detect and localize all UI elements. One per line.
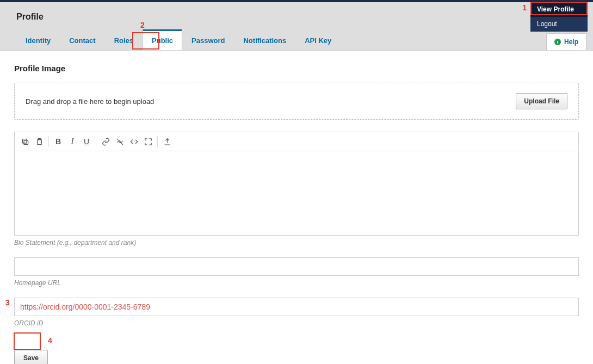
logout-link[interactable]: Logout xyxy=(530,17,588,32)
orcid-input[interactable] xyxy=(14,298,579,316)
tab-password[interactable]: Password xyxy=(182,30,234,50)
page-title: Profile xyxy=(0,4,593,29)
svg-rect-3 xyxy=(38,138,40,140)
upload-file-button[interactable]: Upload File xyxy=(516,93,567,109)
view-profile-link[interactable]: View Profile xyxy=(530,2,588,17)
bio-textarea[interactable] xyxy=(15,151,578,233)
paste-icon[interactable] xyxy=(32,134,46,149)
tab-roles[interactable]: Roles xyxy=(105,30,143,50)
content: Profile Image Drag and drop a file here … xyxy=(0,51,593,364)
save-button[interactable]: Save xyxy=(14,350,48,364)
code-icon[interactable] xyxy=(127,134,141,149)
user-menu: View Profile Logout xyxy=(530,2,588,32)
tab-notifications[interactable]: Notifications xyxy=(234,30,295,50)
tab-identity[interactable]: Identity xyxy=(16,30,60,50)
orcid-label: ORCID iD xyxy=(14,319,579,327)
rte-toolbar: B I U xyxy=(15,132,578,151)
page-header: Profile Identity Contact Roles Public Pa… xyxy=(0,2,593,51)
help-label: Help xyxy=(564,38,578,46)
tab-public[interactable]: Public xyxy=(143,29,182,50)
help-tab[interactable]: i Help xyxy=(546,33,586,50)
tab-api-key[interactable]: API Key xyxy=(295,30,341,50)
unlink-icon[interactable] xyxy=(113,134,127,149)
tab-row: Identity Contact Roles Public Password N… xyxy=(0,29,593,50)
fullscreen-icon[interactable] xyxy=(141,134,155,149)
svg-rect-1 xyxy=(22,139,27,143)
underline-icon[interactable]: U xyxy=(79,134,94,149)
upload-icon[interactable] xyxy=(160,134,174,149)
bio-label: Bio Statement (e.g., department and rank… xyxy=(14,239,579,246)
upload-dropzone[interactable]: Drag and drop a file here to begin uploa… xyxy=(14,83,579,120)
copy-icon[interactable] xyxy=(18,134,32,149)
link-icon[interactable] xyxy=(98,134,113,149)
help-icon: i xyxy=(554,39,561,45)
section-profile-image: Profile Image xyxy=(14,64,579,73)
dropzone-text: Drag and drop a file here to begin uploa… xyxy=(26,97,154,106)
homepage-input[interactable] xyxy=(14,257,579,276)
svg-rect-0 xyxy=(24,140,28,145)
italic-icon[interactable]: I xyxy=(65,134,79,149)
homepage-label: Homepage URL xyxy=(14,279,579,287)
bio-editor: B I U xyxy=(14,132,579,236)
bold-icon[interactable]: B xyxy=(51,134,65,149)
tab-contact[interactable]: Contact xyxy=(60,30,104,50)
